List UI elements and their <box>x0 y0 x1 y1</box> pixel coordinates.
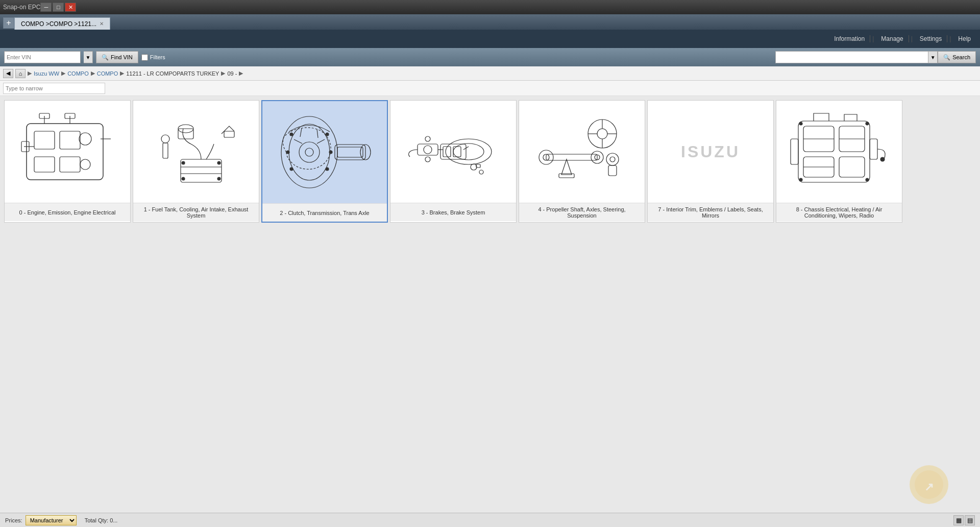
svg-rect-78 <box>870 139 877 159</box>
category-card-0[interactable]: 0 - Engine, Emission, Engine Electrical <box>4 100 131 223</box>
view-icon-2[interactable]: ▤ <box>965 515 975 525</box>
svg-point-33 <box>290 133 293 136</box>
card-image-3 <box>390 101 516 203</box>
svg-point-35 <box>286 151 289 154</box>
back-button[interactable]: ◀ <box>3 69 13 78</box>
nav-settings[interactable]: Settings <box>915 35 947 42</box>
svg-point-82 <box>799 122 802 125</box>
svg-point-51 <box>425 157 430 162</box>
home-button[interactable]: ⌂ <box>15 69 26 78</box>
svg-line-39 <box>300 128 302 137</box>
category-card-8[interactable]: 8 - Chassis Electrical, Heating / Air Co… <box>776 100 902 223</box>
svg-rect-46 <box>443 147 451 157</box>
vin-input[interactable] <box>4 51 81 63</box>
category-card-7[interactable]: ISUZU 7 - Interior Trim, Emblems / Label… <box>647 100 774 223</box>
svg-point-53 <box>479 170 483 174</box>
card-label-0: 0 - Engine, Emission, Engine Electrical <box>5 203 130 221</box>
svg-point-34 <box>326 133 329 136</box>
svg-point-52 <box>471 164 477 170</box>
breadcrumb-11211[interactable]: 11211 - LR COMPOPARTS TURKEY <box>126 70 219 77</box>
toolbar: ▼ 🔍 Find VIN Filters ▼ 🔍 Search <box>0 48 980 66</box>
svg-point-43 <box>446 139 492 164</box>
card-image-2 <box>262 101 387 203</box>
svg-rect-2 <box>60 131 80 149</box>
svg-line-41 <box>317 139 325 143</box>
svg-point-28 <box>299 142 320 162</box>
svg-point-84 <box>799 178 802 181</box>
prices-label: Prices: <box>5 517 22 523</box>
svg-rect-63 <box>546 154 597 160</box>
svg-rect-77 <box>791 139 798 164</box>
search-icon: 🔍 <box>102 54 109 61</box>
svg-point-86 <box>880 157 885 161</box>
nav-manage[interactable]: Manage <box>876 35 909 42</box>
card-image-7: ISUZU <box>648 101 773 203</box>
svg-rect-70 <box>608 165 617 176</box>
breadcrumb-compo1[interactable]: COMPO <box>67 70 89 77</box>
category-card-3[interactable]: 3 - Brakes, Brake System <box>390 100 517 223</box>
narrow-input[interactable] <box>3 83 105 94</box>
svg-point-38 <box>326 167 329 171</box>
svg-rect-3 <box>34 157 55 172</box>
svg-rect-20 <box>163 143 168 158</box>
status-bar: Prices: Manufacturer Total Qty: 0... ▦ ▤ <box>0 513 980 527</box>
category-card-4[interactable]: 4 - Propeller Shaft, Axles, Steering, Su… <box>519 100 645 223</box>
card-label-4: 4 - Propeller Shaft, Axles, Steering, Su… <box>519 203 645 222</box>
svg-line-40 <box>317 129 318 138</box>
svg-point-29 <box>305 148 313 156</box>
category-card-1[interactable]: 1 - Fuel Tank, Cooling, Air Intake, Exha… <box>133 100 259 223</box>
nav-help[interactable]: Help <box>953 35 976 42</box>
breadcrumb-compo2[interactable]: COMPO <box>97 70 118 77</box>
prices-dropdown[interactable]: Manufacturer <box>26 515 77 525</box>
svg-rect-76 <box>839 157 865 177</box>
view-icon-1[interactable]: ▦ <box>953 515 964 525</box>
app-title: Snap-on EPC <box>3 4 40 11</box>
svg-rect-0 <box>27 124 103 180</box>
svg-rect-21 <box>224 131 234 137</box>
search-dropdown[interactable]: ▼ <box>928 51 938 63</box>
minimize-button[interactable]: ─ <box>40 3 52 12</box>
svg-point-23 <box>217 161 220 164</box>
svg-rect-14 <box>181 159 222 182</box>
breadcrumb-09[interactable]: 09 - <box>227 70 237 77</box>
svg-point-24 <box>182 177 185 180</box>
svg-point-37 <box>290 167 293 171</box>
nav-information[interactable]: Information <box>829 35 870 42</box>
svg-point-69 <box>606 153 619 165</box>
restore-button[interactable]: □ <box>53 3 64 12</box>
breadcrumb-bar: ◀ ⌂ ▶ Isuzu WW ▶ COMPO ▶ COMPO ▶ 11211 -… <box>0 66 980 81</box>
svg-rect-32 <box>337 147 363 157</box>
main-tab[interactable]: COMPO >COMPO >1121... ✕ <box>14 17 110 30</box>
svg-point-25 <box>217 177 220 180</box>
filter-bar <box>0 81 980 96</box>
breadcrumb-isuzu-ww[interactable]: Isuzu WW <box>34 70 59 77</box>
card-image-8 <box>776 101 902 203</box>
filters-checkbox-label[interactable]: Filters <box>141 54 165 61</box>
top-nav: Information | Manage | Settings | Help <box>0 30 980 48</box>
main-content: 0 - Engine, Emission, Engine Electrical <box>0 96 980 513</box>
card-image-4 <box>519 101 645 203</box>
card-label-2: 2 - Clutch, Transmission, Trans Axle <box>262 203 387 222</box>
svg-point-5 <box>79 133 91 145</box>
title-bar: Snap-on EPC ─ □ ✕ <box>0 0 980 14</box>
new-tab-button[interactable]: + <box>3 17 14 29</box>
svg-point-44 <box>453 143 484 160</box>
tab-close-icon[interactable]: ✕ <box>100 21 104 27</box>
close-button[interactable]: ✕ <box>65 3 76 12</box>
find-vin-button[interactable]: 🔍 Find VIN <box>96 51 138 63</box>
vin-dropdown[interactable]: ▼ <box>84 51 93 63</box>
card-label-3: 3 - Brakes, Brake System <box>390 203 516 221</box>
svg-rect-18 <box>178 129 193 139</box>
card-image-0 <box>5 101 130 203</box>
filters-checkbox[interactable] <box>141 54 148 61</box>
category-card-2[interactable]: 2 - Clutch, Transmission, Trans Axle <box>261 100 388 223</box>
total-qty: Total Qty: 0... <box>85 517 118 523</box>
svg-point-6 <box>80 159 90 170</box>
search-input[interactable] <box>775 51 928 63</box>
card-label-7: 7 - Interior Trim, Emblems / Labels, Sea… <box>648 203 773 222</box>
svg-point-58 <box>597 129 607 139</box>
svg-rect-1 <box>34 131 55 149</box>
svg-point-50 <box>425 136 430 141</box>
search-button[interactable]: 🔍 Search <box>938 51 976 63</box>
svg-rect-4 <box>60 157 80 172</box>
